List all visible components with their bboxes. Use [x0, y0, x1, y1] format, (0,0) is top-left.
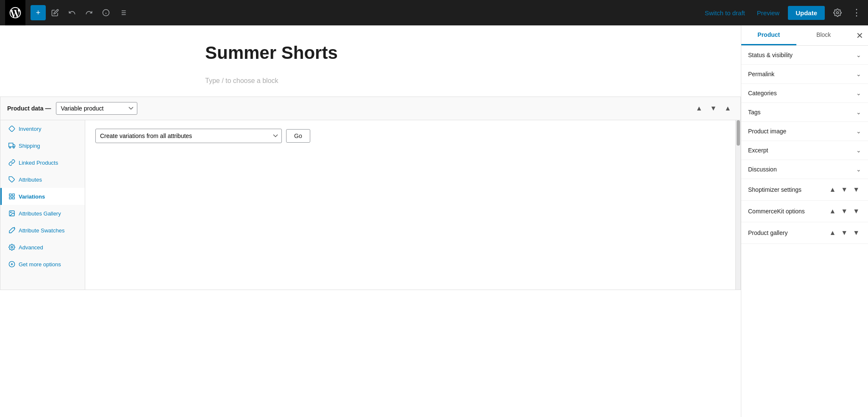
product-gallery-collapse-up-button[interactable]: ▲: [827, 228, 837, 237]
panel-tags[interactable]: Tags ⌄: [741, 103, 868, 122]
tab-attributes-label: Attributes: [19, 177, 42, 183]
panel-permalink[interactable]: Permalink ⌄: [741, 65, 868, 84]
product-data-label: Product data —: [7, 105, 51, 112]
svg-point-9: [837, 12, 839, 14]
chevron-down-icon: ⌄: [856, 109, 861, 116]
variations-action-select[interactable]: Create variations from all attributes Cr…: [95, 129, 282, 143]
tab-get-more-options[interactable]: Get more options: [0, 256, 85, 273]
content-area: Summer Shorts Type / to choose a block P…: [0, 25, 741, 417]
panel-categories-label: Categories: [748, 90, 856, 97]
svg-point-13: [13, 147, 14, 148]
edit-button[interactable]: [47, 5, 63, 20]
tab-linked-products[interactable]: Linked Products: [0, 154, 85, 171]
panel-status-visibility[interactable]: Status & visibility ⌄: [741, 46, 868, 65]
settings-button[interactable]: [830, 5, 845, 20]
info-button[interactable]: [98, 5, 114, 20]
svg-point-12: [9, 147, 11, 148]
panel-tags-label: Tags: [748, 109, 856, 116]
tab-attributes[interactable]: Attributes: [0, 171, 85, 188]
commercekit-more-button[interactable]: ▼: [851, 207, 861, 216]
variations-tab-content: Create variations from all attributes Cr…: [85, 120, 735, 290]
header-arrows: ▲ ▼ ▲: [693, 104, 734, 113]
switch-to-draft-button[interactable]: Switch to draft: [701, 7, 748, 19]
info-icon: [102, 9, 110, 17]
editor-area: Summer Shorts Type / to choose a block: [180, 25, 561, 97]
product-tabs: Inventory Shipping Linked Products Attri…: [0, 120, 85, 290]
post-title[interactable]: Summer Shorts: [205, 42, 536, 64]
grid-icon: [8, 193, 15, 200]
chevron-down-icon: ⌄: [856, 71, 861, 77]
tab-linked-products-label: Linked Products: [19, 160, 58, 166]
sidebar-close-button[interactable]: ✕: [851, 25, 868, 45]
shoptimizer-controls: ▲ ▼ ▼: [827, 185, 861, 194]
tab-attribute-swatches[interactable]: Attribute Swatches: [0, 222, 85, 239]
panel-commercekit-options-label: CommerceKit options: [748, 207, 827, 215]
wp-logo: [5, 0, 25, 25]
svg-rect-16: [12, 194, 14, 196]
undo-button[interactable]: [64, 5, 80, 20]
panel-discussion[interactable]: Discussion ⌄: [741, 160, 868, 179]
expand-button[interactable]: ▲: [722, 104, 734, 113]
panel-status-visibility-label: Status & visibility: [748, 52, 856, 58]
svg-rect-18: [9, 197, 11, 199]
undo-icon: [68, 9, 76, 17]
panel-excerpt[interactable]: Excerpt ⌄: [741, 141, 868, 160]
preview-button[interactable]: Preview: [754, 7, 783, 19]
sidebar-tabs: Product Block ✕: [741, 25, 868, 46]
tab-inventory-label: Inventory: [19, 126, 41, 132]
sidebar-tab-block[interactable]: Block: [796, 25, 851, 45]
panel-commercekit-options: CommerceKit options ▲ ▼ ▼: [741, 201, 868, 222]
scroll-track[interactable]: [735, 120, 740, 290]
commercekit-controls: ▲ ▼ ▼: [827, 207, 861, 216]
chevron-down-icon: ⌄: [856, 166, 861, 173]
go-button[interactable]: Go: [286, 129, 310, 143]
link-icon: [8, 159, 15, 166]
commercekit-collapse-up-button[interactable]: ▲: [827, 207, 837, 216]
tab-variations-label: Variations: [19, 193, 45, 200]
tab-advanced[interactable]: Advanced: [0, 239, 85, 256]
advanced-gear-icon: [8, 244, 15, 251]
main-layout: Summer Shorts Type / to choose a block P…: [0, 25, 868, 417]
svg-marker-11: [13, 145, 15, 147]
tab-shipping[interactable]: Shipping: [0, 137, 85, 154]
commercekit-collapse-down-button[interactable]: ▼: [839, 207, 849, 216]
wp-logo-icon: [8, 6, 22, 19]
chevron-down-icon: ⌄: [856, 128, 861, 135]
redo-button[interactable]: [81, 5, 97, 20]
shoptimizer-collapse-up-button[interactable]: ▲: [827, 185, 837, 194]
panel-product-image[interactable]: Product image ⌄: [741, 122, 868, 141]
list-icon: [119, 9, 127, 17]
svg-point-20: [11, 212, 11, 213]
product-gallery-more-button[interactable]: ▼: [851, 228, 861, 237]
collapse-up-button[interactable]: ▲: [693, 104, 705, 113]
collapse-down-button[interactable]: ▼: [707, 104, 719, 113]
block-placeholder[interactable]: Type / to choose a block: [205, 74, 536, 88]
chevron-down-icon: ⌄: [856, 147, 861, 154]
tab-get-more-options-label: Get more options: [19, 261, 61, 268]
tab-inventory[interactable]: Inventory: [0, 120, 85, 137]
svg-rect-17: [12, 197, 14, 199]
panel-shoptimizer-settings: Shoptimizer settings ▲ ▼ ▼: [741, 179, 868, 201]
truck-icon: [8, 142, 15, 149]
list-view-button[interactable]: [115, 5, 131, 20]
svg-point-21: [11, 246, 13, 248]
product-gallery-collapse-down-button[interactable]: ▼: [839, 228, 849, 237]
product-gallery-controls: ▲ ▼ ▼: [827, 228, 861, 237]
panel-product-gallery-label: Product gallery: [748, 229, 827, 237]
panel-categories[interactable]: Categories ⌄: [741, 84, 868, 103]
tab-advanced-label: Advanced: [19, 244, 43, 251]
more-options-button[interactable]: ⋮: [850, 6, 863, 20]
diamond-icon: [8, 125, 15, 132]
update-button[interactable]: Update: [788, 6, 825, 20]
tab-variations[interactable]: Variations: [0, 188, 85, 205]
svg-rect-10: [9, 143, 13, 147]
sidebar-tab-product[interactable]: Product: [741, 25, 796, 45]
tab-attributes-gallery[interactable]: Attributes Gallery: [0, 205, 85, 222]
redo-icon: [85, 9, 93, 17]
product-type-select[interactable]: Variable product Simple product Grouped …: [56, 102, 137, 115]
shoptimizer-collapse-down-button[interactable]: ▼: [839, 185, 849, 194]
plus-circle-icon: [8, 261, 15, 268]
add-block-button[interactable]: +: [31, 5, 46, 20]
shoptimizer-more-button[interactable]: ▼: [851, 185, 861, 194]
tab-attributes-gallery-label: Attributes Gallery: [19, 210, 61, 217]
